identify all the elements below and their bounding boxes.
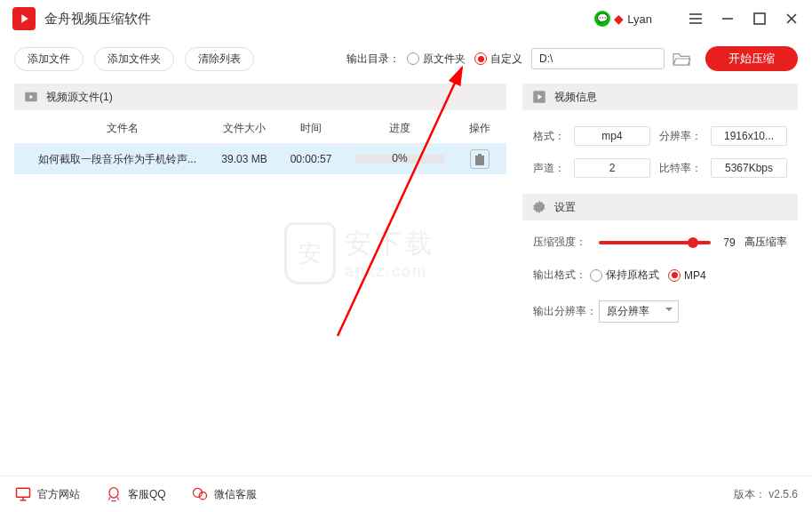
app-logo <box>12 7 36 30</box>
resolution-label: 分辨率： <box>659 129 702 144</box>
menu-icon[interactable] <box>688 11 704 27</box>
add-file-button[interactable]: 添加文件 <box>14 47 84 71</box>
col-progress: 进度 <box>346 121 453 136</box>
format-label: 格式： <box>533 129 565 144</box>
qq-icon <box>105 485 123 503</box>
output-resolution-select[interactable]: 原分辨率 <box>599 300 679 323</box>
close-icon[interactable] <box>784 11 800 27</box>
radio-custom-folder[interactable]: 自定义 <box>474 52 522 67</box>
strength-slider[interactable] <box>599 241 711 244</box>
browse-folder-icon[interactable] <box>672 51 691 67</box>
trash-icon <box>474 153 485 165</box>
output-path-input[interactable] <box>531 48 665 69</box>
qq-support-link[interactable]: 客服QQ <box>105 485 166 503</box>
start-compress-button[interactable]: 开始压缩 <box>705 46 798 71</box>
radio-keep-format[interactable]: 保持原格式 <box>590 268 659 283</box>
clear-list-button[interactable]: 清除列表 <box>185 47 254 71</box>
minimize-icon[interactable] <box>720 11 736 27</box>
bitrate-label: 比特率： <box>659 161 702 176</box>
maximize-icon[interactable] <box>752 11 768 27</box>
col-filename: 文件名 <box>14 121 213 136</box>
wechat-support-link[interactable]: 微信客服 <box>191 485 257 503</box>
username: Lyan <box>627 12 652 26</box>
format-value: mp4 <box>574 126 650 146</box>
video-info-header: 视频信息 <box>522 84 798 110</box>
table-header: 文件名 文件大小 时间 进度 操作 <box>14 114 506 144</box>
radio-mp4-format[interactable]: MP4 <box>668 269 706 282</box>
channels-value: 2 <box>574 158 650 178</box>
col-size: 文件大小 <box>213 121 275 136</box>
monitor-icon <box>14 485 32 503</box>
output-dir-label: 输出目录： <box>346 52 400 67</box>
delete-row-button[interactable] <box>470 149 490 169</box>
vip-icon: ◆ <box>614 12 624 26</box>
row-progress: 0% <box>346 155 453 164</box>
strength-value: 79 <box>720 236 739 249</box>
channels-label: 声道： <box>533 161 565 176</box>
output-resolution-row: 输出分辨率： 原分辨率 <box>533 300 787 323</box>
footer: 官方网站 客服QQ 微信客服 版本： v2.5.6 <box>0 476 812 512</box>
radio-original-folder[interactable]: 原文件夹 <box>407 52 466 67</box>
svg-point-6 <box>109 488 118 499</box>
video-info-grid: 格式： mp4 分辨率： 1916x10... 声道： 2 比特率： 5367K… <box>522 110 798 194</box>
gear-icon <box>531 199 547 215</box>
col-time: 时间 <box>275 121 346 136</box>
col-operation: 操作 <box>453 121 506 136</box>
toolbar: 添加文件 添加文件夹 清除列表 输出目录： 原文件夹 自定义 开始压缩 <box>0 37 812 84</box>
wechat-icon: 💬 <box>594 11 610 27</box>
wechat-support-icon <box>191 485 209 503</box>
row-time: 00:00:57 <box>275 153 346 165</box>
settings-header: 设置 <box>522 194 798 220</box>
user-area[interactable]: 💬 ◆ Lyan <box>594 11 652 27</box>
table-row[interactable]: 如何截取一段音乐作为手机铃声... 39.03 MB 00:00:57 0% <box>14 144 506 174</box>
play-icon <box>531 89 547 105</box>
source-files-header: 视频源文件(1) <box>14 84 506 110</box>
row-filename: 如何截取一段音乐作为手机铃声... <box>14 152 213 167</box>
official-site-link[interactable]: 官方网站 <box>14 485 80 503</box>
titlebar: 金舟视频压缩软件 💬 ◆ Lyan <box>0 0 812 37</box>
resolution-value: 1916x10... <box>711 126 787 146</box>
output-format-row: 输出格式： 保持原格式 MP4 <box>533 268 787 283</box>
row-size: 39.03 MB <box>213 153 275 165</box>
svg-rect-0 <box>754 13 765 24</box>
compress-strength-row: 压缩强度： 79 高压缩率 <box>533 235 787 250</box>
video-icon <box>23 89 39 105</box>
strength-text: 高压缩率 <box>744 235 787 250</box>
add-folder-button[interactable]: 添加文件夹 <box>94 47 174 71</box>
bitrate-value: 5367Kbps <box>711 158 787 178</box>
app-title: 金舟视频压缩软件 <box>44 11 151 28</box>
version-label: 版本： v2.5.6 <box>734 487 798 502</box>
svg-rect-5 <box>17 488 30 497</box>
